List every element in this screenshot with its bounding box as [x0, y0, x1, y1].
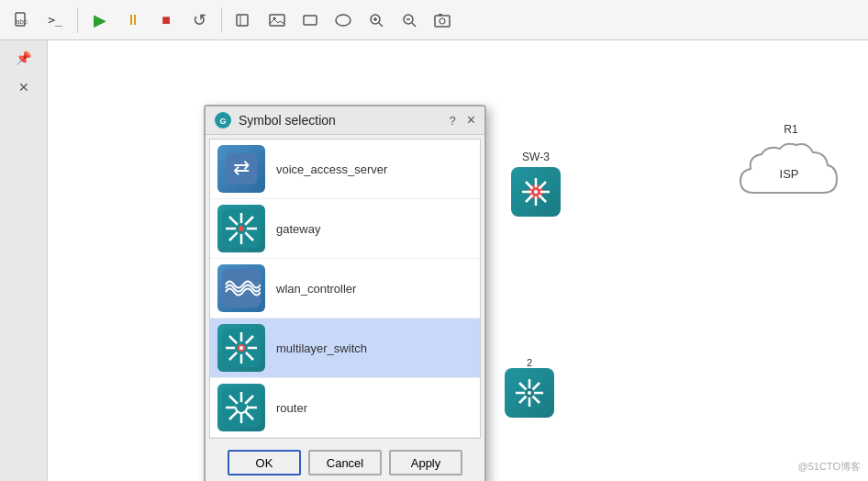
r1-label: R1 — [736, 123, 846, 136]
watermark: @51CTO博客 — [798, 460, 861, 474]
pin-button[interactable]: 📌 — [7, 44, 40, 72]
svg-rect-15 — [435, 16, 450, 27]
svg-text:ISP: ISP — [780, 167, 799, 181]
play-icon[interactable]: ▶ — [85, 6, 115, 35]
multilayer-switch-icon — [217, 324, 265, 372]
zoom-in-icon[interactable] — [362, 6, 391, 35]
svg-text:abc: abc — [16, 17, 28, 26]
svg-text:G: G — [219, 117, 226, 126]
sw2-partial-node[interactable]: 2 — [505, 357, 554, 418]
svg-rect-6 — [304, 16, 317, 25]
multilayer-switch-label: multilayer_switch — [276, 341, 367, 355]
symbol-list[interactable]: ⇄ voice_access_server — [209, 139, 481, 439]
dialog-app-icon: G — [215, 112, 231, 129]
wlan-controller-label: wlan_controller — [276, 282, 356, 296]
router-icon — [217, 384, 265, 431]
router-label: router — [276, 401, 307, 415]
sw2-partial-label: 2 — [505, 357, 554, 368]
stop-icon[interactable]: ■ — [151, 6, 181, 35]
symbol-selection-dialog: G Symbol selection ? × ⇄ voice_access_se… — [204, 105, 486, 481]
svg-point-51 — [239, 346, 243, 350]
oval-icon[interactable] — [328, 6, 358, 35]
list-item[interactable]: gateway — [210, 199, 480, 259]
sw3-label: SW-3 — [522, 151, 550, 163]
left-sidebar: 📌 ✕ — [0, 40, 48, 481]
gateway-label: gateway — [276, 222, 320, 236]
svg-line-13 — [412, 23, 416, 27]
ok-button[interactable]: OK — [228, 450, 301, 475]
reload-icon[interactable]: ↺ — [184, 6, 214, 35]
gateway-icon — [217, 205, 265, 252]
voice-access-server-icon: ⇄ — [217, 145, 265, 193]
svg-line-9 — [379, 23, 383, 27]
sw3-node[interactable]: SW-3 — [511, 151, 561, 217]
toolbar-separator-1 — [77, 7, 78, 33]
apply-button[interactable]: Apply — [389, 450, 462, 475]
svg-rect-17 — [439, 14, 442, 16]
svg-point-16 — [440, 18, 445, 24]
close-sidebar-button[interactable]: ✕ — [7, 73, 40, 101]
screenshot-icon[interactable] — [428, 6, 457, 35]
dialog-titlebar: G Symbol selection ? × — [206, 106, 484, 135]
svg-point-7 — [336, 15, 351, 26]
list-item[interactable]: multilayer_switch — [210, 319, 480, 378]
cancel-button[interactable]: Cancel — [308, 450, 382, 475]
svg-text:⇄: ⇄ — [233, 156, 250, 179]
svg-rect-2 — [237, 15, 248, 26]
list-item[interactable]: router — [210, 378, 480, 438]
pause-icon[interactable]: ⏸ — [118, 6, 148, 35]
voice-access-server-label: voice_access_server — [276, 162, 387, 176]
toolbar-separator-2 — [221, 7, 222, 33]
svg-point-31 — [528, 391, 531, 395]
dialog-buttons: OK Cancel Apply — [206, 442, 484, 481]
zoom-out-icon[interactable] — [395, 6, 424, 35]
dialog-title: Symbol selection — [239, 113, 438, 128]
terminal-icon[interactable]: >_ — [40, 6, 70, 35]
image-icon[interactable] — [262, 6, 292, 35]
dialog-close-button[interactable]: × — [467, 113, 475, 128]
list-item[interactable]: wlan_controller — [210, 259, 480, 319]
file-icon[interactable]: abc — [7, 6, 37, 35]
canvas-area[interactable]: SW-3 R1 ISP 2 — [48, 40, 868, 481]
main-toolbar: abc >_ ▶ ⏸ ■ ↺ — [0, 0, 868, 40]
edit-icon[interactable] — [229, 6, 259, 35]
svg-point-24 — [534, 190, 538, 194]
svg-point-42 — [239, 226, 244, 231]
dialog-help-button[interactable]: ? — [445, 114, 459, 128]
cloud-shape: ISP — [736, 138, 846, 211]
wlan-controller-icon — [217, 264, 265, 312]
list-item[interactable]: ⇄ voice_access_server — [210, 140, 480, 199]
rect-icon[interactable] — [295, 6, 325, 35]
r1-node[interactable]: R1 ISP — [736, 123, 846, 214]
svg-rect-4 — [270, 15, 284, 26]
sw3-icon[interactable] — [511, 167, 561, 217]
